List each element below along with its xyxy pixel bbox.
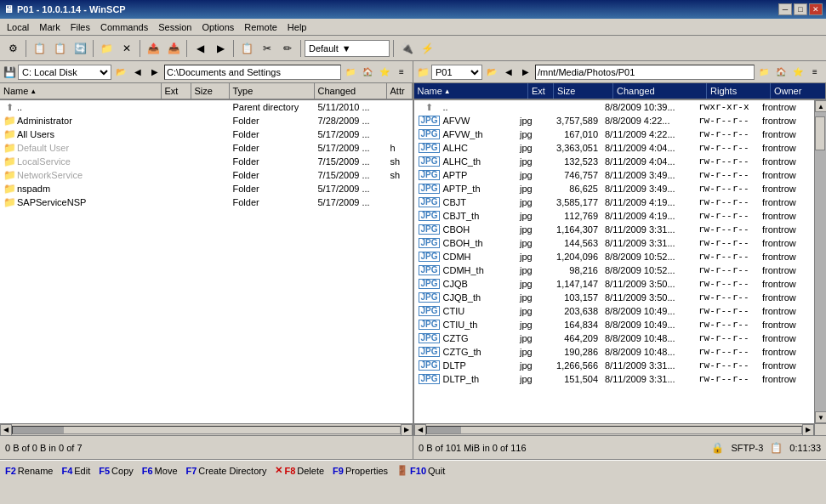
right-col-rights[interactable]: Rights (707, 83, 771, 99)
connect-button[interactable]: 🔌 (397, 39, 416, 58)
right-file-row[interactable]: JPG CTIU_th jpg 164,834 8/8/2009 10:49..… (414, 318, 815, 331)
left-up-button[interactable]: 📁 (343, 65, 358, 80)
left-scroll-left[interactable]: ◀ (0, 424, 12, 436)
download-button[interactable]: 📥 (164, 39, 183, 58)
left-fwd-button[interactable]: ▶ (147, 65, 162, 80)
local-drive-select[interactable]: C: Local Disk (18, 65, 111, 80)
right-file-row[interactable]: JPG CTIU jpg 203,638 8/8/2009 10:49... r… (414, 304, 815, 318)
right-scroll-up[interactable]: ▲ (815, 100, 826, 112)
left-scroll-right[interactable]: ▶ (401, 424, 413, 436)
left-bookmark-button[interactable]: ⭐ (377, 65, 392, 80)
right-home-button[interactable]: 🏠 (773, 65, 789, 80)
right-bookmark-button[interactable]: ⭐ (790, 65, 806, 80)
refresh-button[interactable]: 🔄 (71, 39, 89, 58)
right-up-button[interactable]: 📁 (756, 65, 772, 80)
f7-btn[interactable]: F7 Create Directory (186, 466, 267, 476)
copy-button[interactable]: 📋 (30, 39, 48, 58)
right-file-row[interactable]: JPG DLTP_th jpg 151,504 8/11/2009 3:31..… (414, 372, 815, 386)
right-file-row[interactable]: JPG AFVW jpg 3,757,589 8/8/2009 4:22... … (414, 114, 815, 127)
move-left-button[interactable]: ◀ (191, 39, 209, 58)
right-col-size[interactable]: Size (554, 83, 613, 99)
menu-local[interactable]: Local (2, 20, 34, 34)
f8-btn[interactable]: ✕ F8 Delete (275, 465, 324, 476)
left-file-row[interactable]: 📁 Administrator Folder 7/28/2009 ... (0, 114, 413, 127)
menu-session[interactable]: Session (153, 20, 197, 34)
left-menu-button[interactable]: ≡ (394, 65, 409, 80)
right-scroll-right[interactable]: ▶ (802, 424, 814, 436)
right-file-row[interactable]: JPG ALHC_th jpg 132,523 8/11/2009 4:04..… (414, 155, 815, 168)
right-file-row[interactable]: JPG CZTG jpg 464,209 8/8/2009 10:48... r… (414, 331, 815, 345)
right-file-row[interactable]: JPG CBJT jpg 3,585,177 8/11/2009 4:19...… (414, 195, 815, 209)
right-file-row[interactable]: JPG CJQB jpg 1,147,147 8/11/2009 3:50...… (414, 277, 815, 291)
remote-drive-select[interactable]: P01 (431, 65, 482, 80)
menu-help[interactable]: Help (282, 20, 312, 34)
right-file-row[interactable]: JPG ALHC jpg 3,363,051 8/11/2009 4:04...… (414, 141, 815, 155)
left-file-row[interactable]: ⬆ .. Parent directory 5/11/2010 ... (0, 100, 413, 114)
left-browse-button[interactable]: 📂 (113, 65, 128, 80)
right-hscroll[interactable]: ◀ ▶ (414, 423, 827, 435)
right-file-row[interactable]: JPG DLTP jpg 1,266,566 8/11/2009 3:31...… (414, 359, 815, 372)
right-file-row[interactable]: JPG APTP jpg 746,757 8/11/2009 3:49... r… (414, 168, 815, 182)
left-col-changed[interactable]: Changed (315, 83, 387, 99)
left-col-size[interactable]: Size (191, 83, 230, 99)
left-col-ext[interactable]: Ext (162, 83, 191, 99)
right-col-changed[interactable]: Changed (613, 83, 707, 99)
left-file-row[interactable]: 📁 All Users Folder 5/17/2009 ... (0, 127, 413, 141)
right-path-input[interactable] (535, 65, 755, 80)
left-path-input[interactable] (164, 65, 341, 80)
left-file-row[interactable]: 📁 SAPServiceNSP Folder 5/17/2009 ... (0, 195, 413, 209)
rename-button[interactable]: ✏ (278, 39, 297, 58)
left-file-row[interactable]: 📁 Default User Folder 5/17/2009 ... h (0, 141, 413, 155)
right-col-name[interactable]: Name ▲ (414, 83, 529, 99)
right-file-row[interactable]: JPG CBJT_th jpg 112,769 8/11/2009 4:19..… (414, 209, 815, 223)
paste-button[interactable]: 📋 (50, 39, 69, 58)
right-vscroll[interactable]: ▲ ▼ (814, 100, 826, 423)
right-file-row[interactable]: JPG CJQB_th jpg 103,157 8/11/2009 3:50..… (414, 291, 815, 304)
right-file-row[interactable]: JPG CBOH jpg 1,164,307 8/11/2009 3:31...… (414, 223, 815, 236)
copy2-button[interactable]: 📋 (237, 39, 256, 58)
minimize-button[interactable]: ─ (778, 3, 792, 15)
right-col-owner[interactable]: Owner (771, 83, 826, 99)
menu-files[interactable]: Files (66, 20, 95, 34)
right-file-row[interactable]: JPG AFVW_th jpg 167,010 8/11/2009 4:22..… (414, 127, 815, 141)
disconnect-button[interactable]: ⚡ (418, 39, 436, 58)
f10-btn[interactable]: 🚪 F10 Quit (396, 465, 445, 476)
left-file-row[interactable]: 📁 LocalService Folder 7/15/2009 ... sh (0, 155, 413, 168)
menu-mark[interactable]: Mark (34, 20, 65, 34)
left-col-type[interactable]: Type (230, 83, 315, 99)
right-file-row[interactable]: JPG CDMH jpg 1,204,096 8/8/2009 10:52...… (414, 250, 815, 263)
left-file-row[interactable]: 📁 NetworkService Folder 7/15/2009 ... sh (0, 168, 413, 182)
right-file-row[interactable]: JPG CZTG_th jpg 190,286 8/8/2009 10:48..… (414, 345, 815, 359)
newfolder-button[interactable]: 📁 (97, 39, 116, 58)
session-dropdown[interactable]: Default ▼ (305, 40, 390, 57)
f9-btn[interactable]: F9 Properties (333, 466, 388, 476)
left-col-attr[interactable]: Attr (387, 83, 413, 99)
right-menu-button[interactable]: ≡ (807, 65, 823, 80)
move-right-button[interactable]: ▶ (211, 39, 230, 58)
right-file-row[interactable]: ⬆ .. 8/8/2009 10:39... rwxr-xr-x frontro… (414, 100, 815, 114)
upload-button[interactable]: 📤 (144, 39, 162, 58)
left-file-row[interactable]: 📁 nspadm Folder 5/17/2009 ... (0, 182, 413, 195)
f6-btn[interactable]: F6 Move (142, 466, 178, 476)
f4-btn[interactable]: F4 Edit (61, 466, 90, 476)
maximize-button[interactable]: □ (794, 3, 807, 15)
left-col-name[interactable]: Name ▲ (0, 83, 162, 99)
right-file-row[interactable]: JPG CBOH_th jpg 144,563 8/11/2009 3:31..… (414, 236, 815, 250)
right-scroll-left[interactable]: ◀ (414, 424, 426, 436)
right-back-button[interactable]: ◀ (501, 65, 516, 80)
right-file-row[interactable]: JPG CDMH_th jpg 98,216 8/8/2009 10:52...… (414, 263, 815, 277)
left-home-button[interactable]: 🏠 (360, 65, 375, 80)
f2-btn[interactable]: F2 Rename (5, 466, 53, 476)
right-browse-button[interactable]: 📂 (484, 65, 499, 80)
right-scroll-down[interactable]: ▼ (815, 411, 826, 423)
menu-remote[interactable]: Remote (239, 20, 282, 34)
menu-options[interactable]: Options (197, 20, 239, 34)
right-col-ext[interactable]: Ext (528, 83, 554, 99)
prefs-button[interactable]: ⚙ (3, 39, 22, 58)
menu-commands[interactable]: Commands (95, 20, 153, 34)
cut-button[interactable]: ✂ (258, 39, 276, 58)
close-button[interactable]: ✕ (809, 3, 823, 15)
f5-btn[interactable]: F5 Copy (99, 466, 134, 476)
left-hscroll[interactable]: ◀ ▶ (0, 423, 413, 435)
right-fwd-button[interactable]: ▶ (518, 65, 533, 80)
